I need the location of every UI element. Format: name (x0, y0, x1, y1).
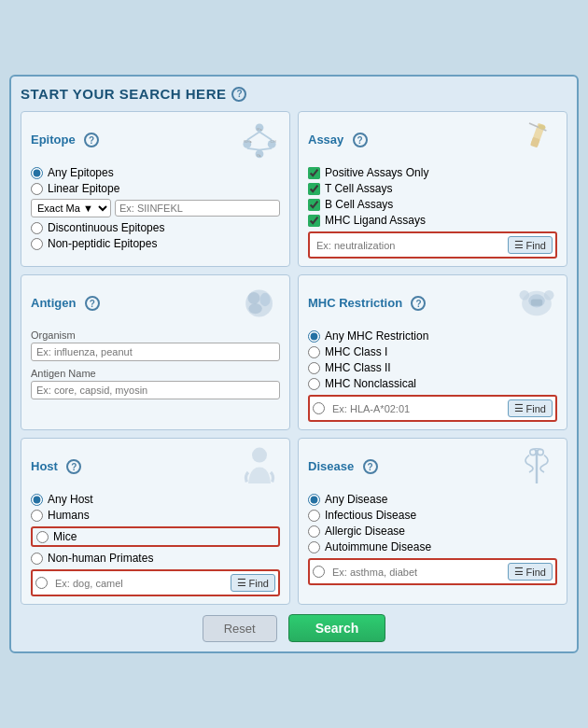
mhc-nonclassical-radio[interactable]: MHC Nonclassical (308, 377, 557, 390)
disease-find-input[interactable] (329, 565, 504, 580)
tcell-assays-checkbox[interactable]: T Cell Assays (308, 182, 557, 195)
search-button[interactable]: Search (288, 614, 386, 642)
svg-text:NH₂: NH₂ (244, 139, 251, 144)
epitope-match-select[interactable]: Exact Ma ▼ Contains (31, 199, 111, 217)
caduceus-icon (516, 446, 557, 487)
host-find-input[interactable] (51, 576, 227, 591)
svg-text:CH: CH (270, 139, 275, 144)
disease-header: Disease ? (308, 446, 557, 487)
epitope-select-row: Exact Ma ▼ Contains (31, 199, 280, 217)
organism-input[interactable] (31, 343, 280, 361)
mhc-find-input[interactable] (329, 401, 504, 416)
epitope-radio-group2: Discontinuous Epitopes Non-peptidic Epit… (31, 221, 280, 250)
assay-find-input[interactable] (313, 238, 504, 253)
svg-text:B₁: B₁ (257, 153, 261, 158)
mhc-find-list-icon: ☰ (514, 402, 524, 414)
disease-title: Disease (308, 459, 354, 473)
assay-title: Assay (308, 133, 343, 147)
svg-rect-22 (531, 300, 542, 306)
mhc-any-radio[interactable]: Any MHC Restriction (308, 329, 557, 343)
mhc-panel: MHC Restriction ? Any MHC Restriction (298, 274, 567, 430)
host-primates-radio[interactable]: Non-human Primates (31, 552, 280, 565)
svg-point-18 (259, 293, 270, 306)
positive-assays-checkbox[interactable]: Positive Assays Only (308, 166, 557, 179)
epitope-help-icon[interactable]: ? (84, 133, 99, 147)
epitope-title: Epitope (31, 133, 76, 147)
svg-line-6 (247, 148, 259, 150)
antigen-header: Antigen ? (31, 283, 280, 324)
test-tube-icon (516, 119, 557, 161)
mhc-help-icon[interactable]: ? (411, 296, 426, 311)
bcell-assays-checkbox[interactable]: B Cell Assays (308, 198, 557, 211)
main-container: START YOUR SEARCH HERE ? Epitope ? (9, 75, 579, 653)
epitope-nonpeptidic-radio[interactable]: Non-peptidic Epitopes (31, 237, 280, 250)
disease-find-button[interactable]: ☰ Find (508, 563, 553, 581)
svg-point-24 (544, 290, 554, 301)
assay-checkboxes: Positive Assays Only T Cell Assays B Cel… (308, 166, 557, 227)
mhc-icon (516, 283, 557, 324)
host-mice-radio[interactable]: Mice (31, 526, 280, 547)
reset-button[interactable]: Reset (203, 615, 277, 642)
epitope-panel: Epitope ? R₁ NH₂ CH B₁ (21, 111, 290, 267)
disease-custom-radio[interactable] (313, 566, 325, 578)
host-header: Host ? (31, 446, 280, 487)
disease-allergic-radio[interactable]: Allergic Disease (308, 525, 557, 538)
host-person-icon (239, 446, 280, 487)
epitope-header: Epitope ? R₁ NH₂ CH B₁ (31, 119, 280, 161)
svg-point-17 (248, 292, 260, 304)
mhc-header: MHC Restriction ? (308, 283, 557, 324)
svg-line-7 (259, 148, 272, 150)
assay-panel: Assay ? Positive Assays Only (298, 111, 567, 267)
host-humans-radio[interactable]: Humans (31, 509, 280, 522)
host-radio-group: Any Host Humans Mice Non-human Primates (31, 493, 280, 565)
epitope-linear-radio[interactable]: Linear Epitope (31, 182, 280, 195)
mhc-class1-radio[interactable]: MHC Class I (308, 345, 557, 358)
antigen-name-label: Antigen Name (31, 368, 280, 379)
antigen-title: Antigen (31, 296, 76, 310)
header: START YOUR SEARCH HERE ? (21, 86, 567, 102)
disease-any-radio[interactable]: Any Disease (308, 493, 557, 506)
host-find-list-icon: ☰ (237, 577, 246, 589)
antigen-panel: Antigen ? Organism Antigen Name (21, 274, 290, 430)
assay-find-button[interactable]: ☰ Find (508, 236, 553, 254)
svg-point-23 (520, 290, 530, 301)
disease-autoimmune-radio[interactable]: Autoimmune Disease (308, 540, 557, 553)
antigen-help-icon[interactable]: ? (85, 296, 100, 311)
svg-point-19 (248, 303, 261, 314)
molecule-icon: R₁ NH₂ CH B₁ (239, 119, 280, 161)
header-help-icon[interactable]: ? (231, 87, 246, 102)
epitope-any-radio[interactable]: Any Epitopes (31, 166, 280, 179)
find-list-icon: ☰ (514, 239, 524, 251)
host-help-icon[interactable]: ? (66, 459, 81, 474)
host-title: Host (31, 459, 58, 473)
mhc-title: MHC Restriction (308, 296, 402, 310)
host-any-radio[interactable]: Any Host (31, 493, 280, 506)
epitope-sequence-input[interactable] (115, 200, 280, 217)
mhc-ligand-assays-checkbox[interactable]: MHC Ligand Assays (308, 214, 557, 227)
disease-help-icon[interactable]: ? (363, 459, 378, 474)
assay-header: Assay ? (308, 119, 557, 161)
disease-find-list-icon: ☰ (514, 566, 524, 578)
footer: Reset Search (21, 614, 567, 642)
panels-grid: Epitope ? R₁ NH₂ CH B₁ (21, 111, 567, 605)
mhc-find-row: ☰ Find (308, 395, 557, 422)
mhc-custom-radio[interactable] (313, 402, 325, 414)
disease-infectious-radio[interactable]: Infectious Disease (308, 509, 557, 522)
organism-label: Organism (31, 329, 280, 341)
mhc-find-button[interactable]: ☰ Find (508, 399, 553, 417)
disease-panel: Disease ? Any Disease (298, 438, 567, 605)
epitope-discontinuous-radio[interactable]: Discontinuous Epitopes (31, 221, 280, 234)
disease-find-row: ☰ Find (308, 558, 557, 585)
mhc-class2-radio[interactable]: MHC Class II (308, 361, 557, 374)
assay-find-row: ☰ Find (308, 231, 557, 259)
host-find-button[interactable]: ☰ Find (231, 574, 275, 592)
svg-point-25 (252, 448, 267, 463)
antigen-name-input[interactable] (31, 381, 280, 399)
assay-help-icon[interactable]: ? (353, 133, 368, 147)
disease-radio-group: Any Disease Infectious Disease Allergic … (308, 493, 557, 553)
page-title: START YOUR SEARCH HERE (21, 86, 226, 102)
host-custom-radio[interactable] (35, 577, 48, 589)
host-find-row: ☰ Find (31, 569, 280, 596)
host-panel: Host ? Any Host Humans (21, 438, 290, 605)
antigen-icon (239, 283, 280, 324)
